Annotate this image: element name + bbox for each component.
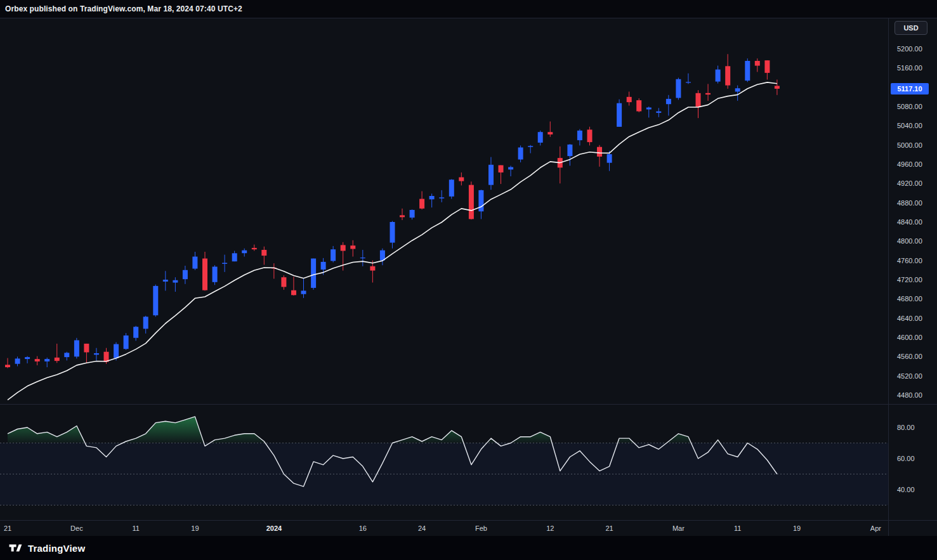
price-tick-label: 4680.00 (897, 295, 922, 303)
candle (518, 148, 523, 160)
candle (321, 262, 326, 270)
candle (764, 60, 770, 73)
candle (488, 165, 494, 185)
candle (301, 290, 306, 294)
time-tick-label: 19 (191, 524, 199, 532)
price-tick-label: 4880.00 (897, 199, 922, 207)
candle (459, 178, 464, 181)
candle (291, 290, 296, 296)
candle (745, 61, 750, 81)
candle (528, 146, 533, 147)
candle (15, 358, 20, 363)
candle (74, 341, 79, 357)
candle (410, 210, 415, 218)
candle (183, 270, 188, 279)
candle (242, 251, 247, 254)
candle (735, 88, 740, 91)
price-pane[interactable] (5, 54, 780, 400)
candle (261, 250, 266, 256)
candle (222, 263, 227, 264)
candle (213, 267, 218, 282)
candle (646, 108, 652, 110)
candle (252, 248, 257, 249)
rsi-tick-label: 40.00 (897, 486, 915, 493)
price-tick-label: 5200.00 (897, 45, 922, 53)
candle (449, 179, 454, 197)
attribution-text: Orbex published on TradingView.com, Mar … (5, 4, 242, 13)
price-tick-label: 4960.00 (897, 160, 922, 168)
candle (341, 245, 346, 251)
candle (775, 86, 780, 89)
price-tick-label: 4760.00 (897, 257, 922, 264)
candle (755, 61, 760, 66)
time-tick-label: 19 (793, 524, 801, 532)
candle (587, 129, 593, 142)
time-tick-label: 11 (132, 524, 139, 532)
price-tick-label: 5160.00 (897, 64, 922, 72)
attribution-bar: Orbex published on TradingView.com, Mar … (0, 0, 937, 18)
time-tick-label: Mar (672, 524, 685, 532)
candle (64, 353, 69, 357)
price-tick-label: 4560.00 (897, 353, 922, 360)
last-price-badge: 5117.10 (891, 83, 929, 94)
rsi-pane[interactable] (0, 417, 888, 505)
candle (705, 93, 711, 94)
candle (439, 197, 444, 199)
candle (173, 280, 178, 283)
candle (686, 82, 691, 82)
tradingview-wordmark[interactable]: TradingView (28, 543, 85, 554)
candle (25, 357, 30, 359)
candle (281, 277, 286, 287)
price-tick-label: 4720.00 (897, 276, 922, 283)
price-tick-label: 5000.00 (897, 141, 922, 149)
candle (627, 97, 632, 102)
candle (35, 359, 40, 361)
candle (656, 112, 661, 113)
price-tick-label: 4800.00 (897, 237, 922, 245)
candle (419, 199, 424, 209)
candle (202, 259, 207, 290)
time-tick-label: 16 (359, 524, 367, 532)
rsi-tick-label: 80.00 (897, 424, 915, 431)
candle (538, 132, 543, 143)
candle (55, 358, 60, 361)
candle (232, 253, 237, 261)
rsi-tick-label: 60.00 (897, 455, 915, 462)
chart-area[interactable]: 5200.005160.005120.005080.005040.005000.… (0, 18, 937, 536)
time-tick-label: 2024 (266, 524, 282, 532)
currency-toggle-button[interactable]: USD (894, 21, 927, 35)
time-tick-label: Feb (475, 524, 487, 532)
chart-canvas[interactable]: 5200.005160.005120.005080.005040.005000.… (0, 18, 937, 536)
candle (577, 131, 582, 140)
price-tick-label: 4520.00 (897, 372, 922, 380)
footer-bar: TradingView (0, 536, 937, 560)
time-tick-label: 12 (546, 524, 554, 532)
price-tick-label: 4640.00 (897, 315, 922, 322)
price-tick-label: 4840.00 (897, 218, 922, 226)
candle (350, 245, 355, 249)
candle (124, 335, 129, 349)
candle (400, 215, 405, 217)
candle (311, 259, 316, 288)
candle (94, 353, 99, 355)
candle (44, 359, 49, 361)
candle (508, 167, 513, 170)
time-axis[interactable]: 21Dec111920241624Feb1221Mar1119Apr (4, 524, 881, 532)
candle (163, 280, 168, 282)
candle (607, 154, 612, 163)
candle (143, 316, 148, 329)
candle (390, 222, 395, 243)
candle (84, 344, 89, 353)
time-tick-label: 11 (734, 524, 741, 532)
price-axis[interactable]: 5200.005160.005120.005080.005040.005000.… (897, 45, 922, 493)
candle (114, 344, 119, 358)
candle (360, 257, 365, 258)
candle (636, 100, 641, 111)
candle (725, 66, 730, 85)
candle (478, 190, 483, 211)
price-tick-label: 4600.00 (897, 334, 922, 341)
candle (469, 185, 474, 219)
time-tick-label: Apr (870, 524, 881, 532)
tradingview-logo[interactable] (8, 541, 22, 555)
candle (696, 93, 701, 107)
